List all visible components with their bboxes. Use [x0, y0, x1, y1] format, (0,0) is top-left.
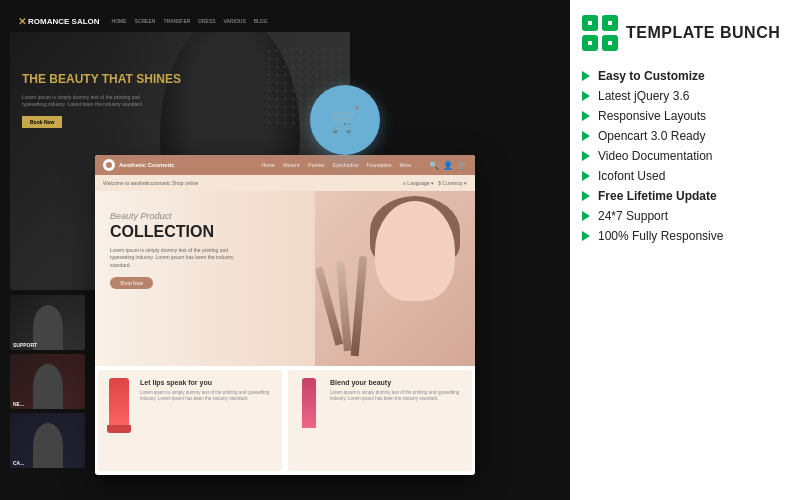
- lipstick-icon: [302, 378, 316, 428]
- product-desc-2: Lorem ipsum is simply dummy text of the …: [330, 390, 466, 403]
- woman-face: [375, 201, 455, 301]
- side-thumbs: SUPPORT NE... CA...: [10, 295, 85, 468]
- feature-item-6: Free Lifetime Update: [582, 189, 788, 203]
- feature-label-8: 100% Fully Responsive: [598, 229, 723, 243]
- user-icon: 👤: [443, 161, 453, 170]
- feature-item-7: 24*7 Support: [582, 209, 788, 223]
- thumb-label-1: SUPPORT: [13, 342, 37, 348]
- light-hero-image: [315, 191, 475, 366]
- light-welcome-bar: Welcome to aestheticcosmetic Shop online…: [95, 175, 475, 191]
- feature-label-1: Latest jQuery 3.6: [598, 89, 689, 103]
- product-card-2: Blend your beauty Lorem ipsum is simply …: [288, 370, 472, 471]
- dark-hero-btn: Book Now: [22, 116, 62, 128]
- arrow-icon-0: [582, 71, 590, 81]
- feature-item-8: 100% Fully Responsive: [582, 229, 788, 243]
- feature-label-5: Icofont Used: [598, 169, 665, 183]
- brand-name: TEMPLATE BUNCH: [626, 24, 780, 42]
- nail-polish-icon: [109, 378, 129, 433]
- arrow-icon-3: [582, 131, 590, 141]
- dark-nav-link: TRANSFER: [163, 18, 190, 24]
- product-img-lipstick: [294, 378, 324, 463]
- brand-header: TEMPLATE BUNCH: [582, 15, 788, 51]
- light-nav: Aesthetic Cosmetic Home About ▾ Partner …: [95, 155, 475, 175]
- arrow-icon-4: [582, 151, 590, 161]
- cart-circle: 🛒: [310, 85, 380, 155]
- svg-rect-4: [588, 21, 592, 25]
- product-card-1: Let lips speak for you Lorem ipsum is si…: [98, 370, 282, 471]
- light-bottom: Let lips speak for you Lorem ipsum is si…: [95, 366, 475, 475]
- dark-nav-link: SCREEN: [135, 18, 156, 24]
- svg-rect-7: [608, 41, 612, 45]
- svg-rect-5: [608, 21, 612, 25]
- feature-label-7: 24*7 Support: [598, 209, 668, 223]
- light-nav-link: Foundation: [367, 162, 392, 168]
- light-hero-title: COLLECTION: [110, 223, 300, 241]
- dark-nav-link: BLOG: [254, 18, 268, 24]
- product-title-2: Blend your beauty: [330, 378, 466, 387]
- product-title-1: Let lips speak for you: [140, 378, 276, 387]
- welcome-text: Welcome to aestheticcosmetic Shop online: [103, 180, 198, 186]
- light-nav-link: Eyeshadow: [333, 162, 359, 168]
- arrow-icon-6: [582, 191, 590, 201]
- feature-label-3: Opencart 3.0 Ready: [598, 129, 705, 143]
- light-logo-circle: [103, 159, 115, 171]
- features-list: Easy to Customize Latest jQuery 3.6 Resp…: [582, 69, 788, 243]
- svg-rect-6: [588, 41, 592, 45]
- thumb-label-3: CA...: [13, 460, 24, 466]
- feature-item-0: Easy to Customize: [582, 69, 788, 83]
- feature-item-4: Video Documentation: [582, 149, 788, 163]
- light-logo-area: Aesthetic Cosmetic: [103, 159, 175, 171]
- brush-3: [351, 256, 368, 356]
- dark-nav-link: VARIOUS: [224, 18, 246, 24]
- light-template: Aesthetic Cosmetic Home About ▾ Partner …: [95, 155, 475, 475]
- product-img-nail: [104, 378, 134, 463]
- cart-icon: 🛒: [330, 106, 360, 134]
- dark-nav-link: DRESS: [198, 18, 215, 24]
- woman-silhouette: [315, 191, 475, 366]
- product-info-2: Blend your beauty Lorem ipsum is simply …: [330, 378, 466, 463]
- brand-logo: [582, 15, 618, 51]
- person-silhouette-2: [33, 364, 63, 409]
- search-icon: 🔍: [429, 161, 439, 170]
- cart-nav-icon: 🛒: [457, 161, 467, 170]
- light-hero-text: Beauty Product COLLECTION Lorem ipsum is…: [95, 191, 315, 366]
- arrow-icon-2: [582, 111, 590, 121]
- feature-item-1: Latest jQuery 3.6: [582, 89, 788, 103]
- dark-nav-links: HOME SCREEN TRANSFER DRESS VARIOUS BLOG: [112, 18, 268, 24]
- light-nav-links: Home About ▾ Partner Eyeshadow Foundatio…: [261, 162, 411, 168]
- light-product-cards: Let lips speak for you Lorem ipsum is si…: [95, 366, 475, 475]
- left-panel: ✕ ROMANCE SALON HOME SCREEN TRANSFER DRE…: [0, 0, 570, 500]
- right-panel: TEMPLATE BUNCH Easy to Customize Latest …: [570, 0, 800, 500]
- product-desc-1: Lorem ipsum is simply dummy text of the …: [140, 390, 276, 403]
- feature-item-2: Responsive Layouts: [582, 109, 788, 123]
- dark-hero-text: THE BEAUTY THAT SHINES Lorem ipsum is si…: [22, 72, 181, 128]
- dark-logo-text: ROMANCE SALON: [28, 17, 100, 26]
- thumb-item-2: NE...: [10, 354, 85, 409]
- light-logo-inner: [106, 162, 112, 168]
- light-nav-icons: 🔍 👤 🛒: [429, 161, 467, 170]
- thumb-item-3: CA...: [10, 413, 85, 468]
- arrow-icon-1: [582, 91, 590, 101]
- arrow-icon-7: [582, 211, 590, 221]
- feature-label-6: Free Lifetime Update: [598, 189, 717, 203]
- feature-label-2: Responsive Layouts: [598, 109, 706, 123]
- light-hero-subtitle: Beauty Product: [110, 211, 300, 221]
- dark-nav-link: HOME: [112, 18, 127, 24]
- dark-logo-x: ✕: [18, 16, 26, 27]
- dark-hero-body: Lorem ipsum is simply dummy text of the …: [22, 94, 162, 108]
- person-silhouette-3: [33, 423, 63, 468]
- feature-item-3: Opencart 3.0 Ready: [582, 129, 788, 143]
- dark-logo: ✕ ROMANCE SALON: [18, 16, 100, 27]
- light-nav-link: Partner: [308, 162, 324, 168]
- brand-logo-svg: [582, 15, 618, 51]
- feature-item-5: Icofont Used: [582, 169, 788, 183]
- light-logo-text: Aesthetic Cosmetic: [119, 162, 175, 168]
- light-nav-link: About ▾: [283, 162, 300, 168]
- light-nav-link: More: [400, 162, 411, 168]
- light-hero-btn: Shop Now: [110, 277, 153, 289]
- arrow-icon-5: [582, 171, 590, 181]
- feature-label-0: Easy to Customize: [598, 69, 705, 83]
- dark-nav: ✕ ROMANCE SALON HOME SCREEN TRANSFER DRE…: [10, 10, 350, 32]
- thumb-label-2: NE...: [13, 401, 24, 407]
- arrow-icon-8: [582, 231, 590, 241]
